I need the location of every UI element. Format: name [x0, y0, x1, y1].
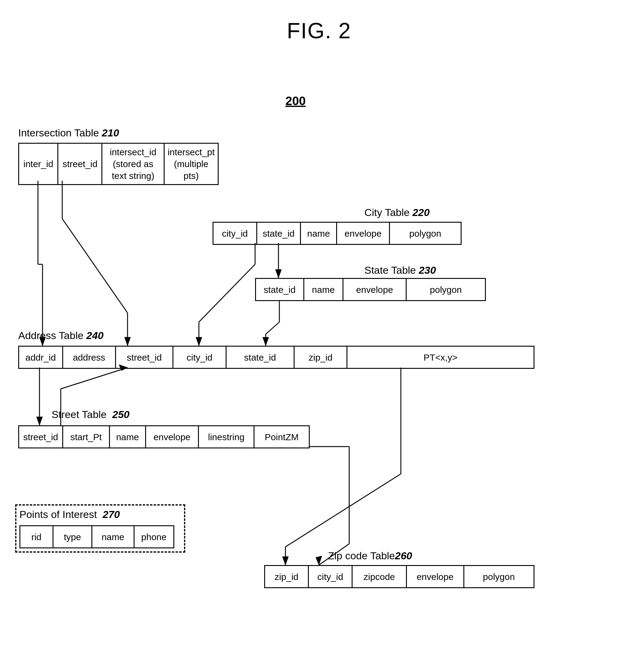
cell-pointzm: PointZM — [254, 426, 309, 447]
cell-envelope-city: envelope — [337, 223, 390, 244]
svg-line-9 — [199, 264, 255, 322]
cell-envelope-state: envelope — [343, 279, 407, 300]
address-table: addr_id address street_id city_id state_… — [18, 346, 535, 369]
address-table-label: Address Table 240 — [18, 330, 103, 342]
cell-linestring: linestring — [199, 426, 255, 447]
cell-intersect-id: intersect_id(stored astext string) — [102, 144, 165, 184]
poi-table: rid type name phone — [19, 525, 174, 548]
figure-title: FIG. 2 — [0, 0, 638, 43]
svg-marker-22 — [36, 417, 43, 425]
svg-marker-3 — [124, 337, 131, 346]
cell-envelope-street: envelope — [146, 426, 199, 447]
cell-city-id-addr: city_id — [173, 347, 226, 368]
intersection-table-label: Intersection Table 210 — [18, 127, 119, 139]
cell-envelope-zip: envelope — [407, 566, 464, 587]
cell-state-id-addr: state_id — [226, 347, 295, 368]
zip-table: zip_id city_id zipcode envelope polygon — [264, 565, 535, 588]
svg-line-1 — [62, 219, 128, 313]
cell-street-id-addr: street_id — [116, 347, 173, 368]
cell-pt-xy: PT<x,y> — [347, 347, 534, 368]
state-table: state_id name envelope polygon — [255, 278, 486, 301]
cell-zip-id-addr: zip_id — [295, 347, 347, 368]
cell-rid: rid — [20, 526, 53, 547]
cell-name-city: name — [301, 223, 337, 244]
svg-marker-26 — [282, 557, 288, 565]
svg-marker-30 — [316, 556, 322, 565]
cell-zip-id: zip_id — [265, 566, 309, 587]
street-table-label: Street Table 250 — [52, 409, 129, 421]
svg-marker-13 — [275, 269, 282, 278]
street-table: street_id start_Pt name envelope linestr… — [18, 425, 310, 448]
cell-addr-id: addr_id — [19, 347, 63, 368]
cell-address: address — [63, 347, 116, 368]
intersection-table: inter_id street_id intersect_id(stored a… — [18, 143, 219, 185]
state-table-label: State Table 230 — [364, 264, 436, 276]
svg-marker-11 — [196, 337, 202, 346]
svg-marker-17 — [263, 337, 269, 346]
diagram-id: 200 — [285, 94, 306, 108]
poi-label: Points of Interest 270 — [19, 509, 181, 520]
svg-line-15 — [266, 322, 279, 334]
zip-table-label: Zip code Table260 — [328, 550, 412, 562]
points-of-interest-container: Points of Interest 270 rid type name pho… — [15, 504, 185, 553]
cell-name-poi: name — [92, 526, 134, 547]
cell-state-id: state_id — [256, 279, 304, 300]
city-table-label: City Table 220 — [364, 207, 430, 218]
cell-city-id: city_id — [214, 223, 257, 244]
svg-line-24 — [285, 474, 401, 547]
cell-start-pt: start_Pt — [63, 426, 110, 447]
city-table: city_id state_id name envelope polygon — [213, 222, 461, 245]
cell-intersect-pt: intersect_pt(multiple pts) — [165, 144, 218, 184]
cell-city-id-zip: city_id — [309, 566, 353, 587]
svg-line-19 — [61, 367, 128, 389]
cell-name-state: name — [304, 279, 343, 300]
cell-name-street: name — [110, 426, 146, 447]
cell-polygon-zip: polygon — [464, 566, 534, 587]
cell-zipcode: zipcode — [353, 566, 407, 587]
cell-street-id: street_id — [58, 144, 102, 184]
cell-inter-id: inter_id — [19, 144, 58, 184]
cell-state-id-city: state_id — [257, 223, 301, 244]
cell-polygon-state: polygon — [407, 279, 485, 300]
cell-street-id-st: street_id — [19, 426, 63, 447]
cell-type: type — [53, 526, 92, 547]
cell-phone: phone — [135, 526, 173, 547]
cell-polygon-city: polygon — [390, 223, 461, 244]
